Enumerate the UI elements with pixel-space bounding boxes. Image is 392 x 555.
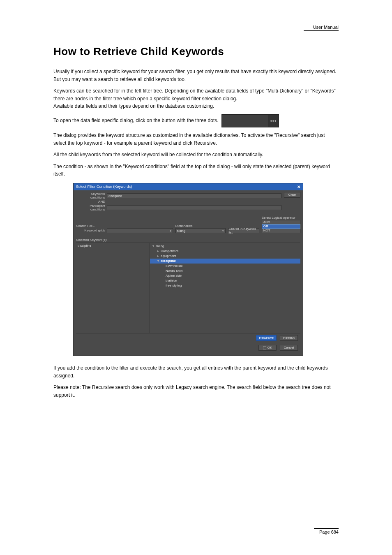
tree-node[interactable]: Nordic skiin — [150, 268, 300, 273]
keywords-conditions-field[interactable]: discipline — [107, 193, 281, 198]
tree-arrow-icon: ▾ — [157, 259, 161, 264]
header-manual-label: User Manual — [313, 25, 339, 30]
cancel-button[interactable]: Cancel — [280, 345, 298, 351]
paragraph-6: The condition - as shown in the "Keyword… — [53, 163, 339, 178]
tree-node-label: skiing — [156, 244, 164, 248]
participant-conditions-field[interactable] — [107, 205, 281, 210]
tree-node-label: discipline — [161, 259, 176, 263]
page-title: How to Retrieve Child Keywords — [53, 45, 339, 58]
dictionary-tree-panel[interactable]: ▾skiing▸Competitors▸equipment▾discipline… — [150, 243, 300, 333]
keyword-filter-dialog: Select Filter Condition (Keywords) ✕ Key… — [73, 183, 303, 356]
keyword-tree-area: discipline ▾skiing▸Competitors▸equipment… — [76, 243, 300, 333]
recursive-button[interactable]: Recursive — [256, 335, 277, 341]
dialog-close-button[interactable]: ✕ — [297, 185, 300, 189]
tree-node[interactable]: Alpine skiin — [150, 273, 300, 278]
logical-operator-label: Select Logical operator — [262, 216, 300, 220]
paragraph-5: All the child keywords from the selected… — [53, 151, 339, 159]
dialog-title: Select Filter Condition (Keywords) — [76, 185, 132, 189]
tree-node[interactable]: ▾discipline — [150, 259, 300, 264]
tree-node[interactable]: free-styling — [150, 283, 300, 288]
logical-operator-list[interactable]: ANDORNOT — [262, 220, 300, 233]
participant-conditions-label: Participant conditions — [76, 204, 107, 211]
dictionaries-label: Dictionaries — [175, 224, 226, 228]
paragraph-1: Usually if you collect a specific keywor… — [53, 68, 339, 83]
selected-keyword-item[interactable]: discipline — [78, 244, 148, 247]
keyword-grids-label: Keyword grids — [76, 229, 107, 232]
paragraph-2a: Keywords can be searched for in the left… — [53, 88, 336, 102]
paragraph-1b: But you may want a search to retrieve al… — [53, 76, 186, 82]
logical-operator-item[interactable]: NOT — [262, 229, 300, 233]
tree-node[interactable]: biathlon — [150, 278, 300, 283]
keywords-conditions-label: Keywords conditions — [76, 192, 107, 199]
tree-node-label: Nordic skiin — [166, 269, 182, 273]
tree-node-label: free-styling — [166, 284, 182, 287]
paragraph-7: If you add the condition to the filter a… — [53, 364, 339, 379]
paragraph-2: Keywords can be searched for in the left… — [53, 87, 339, 110]
open-dialog-dots-button[interactable]: ••• — [268, 115, 279, 127]
tree-node-label: downhill ski — [166, 264, 182, 268]
dictionaries-select[interactable]: skiing — [175, 228, 226, 233]
tree-arrow-icon: ▾ — [152, 244, 156, 249]
tree-node[interactable]: ▸equipment — [150, 254, 300, 259]
paragraph-3-text: To open the data field specific dialog, … — [53, 118, 219, 123]
tree-node-label: equipment — [161, 254, 176, 258]
dialog-titlebar: Select Filter Condition (Keywords) ✕ — [74, 183, 303, 190]
keyword-grids-select[interactable] — [107, 228, 173, 233]
tree-node-label: biathlon — [166, 279, 177, 282]
search-in-keyword-list-button[interactable]: Search in Keyword list — [228, 228, 259, 233]
and-label: AND — [76, 200, 107, 204]
note-paragraph: Please note: The Recursive search does o… — [53, 384, 339, 399]
tree-node-label: Competitors — [161, 249, 178, 253]
tree-node[interactable]: ▸Competitors — [150, 249, 300, 254]
page-number: Page 684 — [319, 530, 339, 534]
selected-keywords-panel: discipline — [76, 243, 150, 333]
paragraph-4: The dialog provides the keyword structur… — [53, 132, 339, 147]
paragraph-2b: Available data fields and their types de… — [53, 103, 214, 109]
tree-node[interactable]: downhill ski — [150, 264, 300, 268]
search-for-label: Search For... — [76, 224, 173, 228]
ok-button[interactable]: OK — [258, 345, 277, 351]
filter-field-thumbnail: ••• — [221, 114, 279, 127]
paragraph-1a: Usually if you collect a specific keywor… — [53, 69, 336, 74]
selected-keywords-label: Selected Keyword(s): — [76, 238, 300, 242]
refresh-button[interactable]: Refresh — [280, 335, 298, 341]
paragraph-3: To open the data field specific dialog, … — [53, 114, 339, 127]
footer-underline — [314, 528, 339, 529]
tree-node-label: Alpine skiin — [166, 274, 182, 278]
clear-button[interactable]: Clear — [284, 192, 300, 198]
tree-node[interactable]: ▾skiing — [150, 244, 300, 249]
tree-arrow-icon: ▸ — [157, 254, 161, 259]
tree-arrow-icon: ▸ — [157, 249, 161, 254]
header-underline — [304, 30, 339, 31]
